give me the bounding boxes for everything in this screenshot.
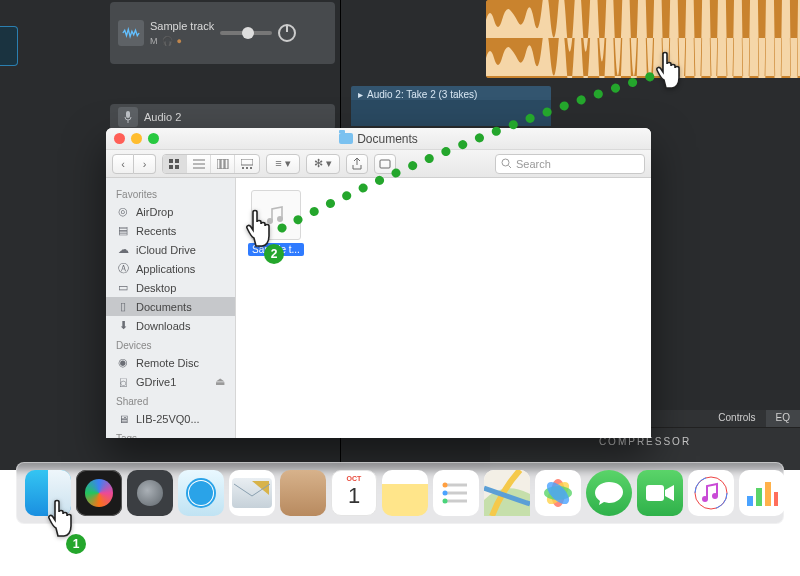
sidebar-item-downloads[interactable]: ⬇Downloads bbox=[106, 316, 235, 335]
svg-point-32 bbox=[443, 491, 448, 496]
svg-point-23 bbox=[189, 481, 213, 505]
hdd-icon: ⌼ bbox=[116, 375, 130, 389]
dock-reminders-icon[interactable] bbox=[433, 470, 479, 516]
solo-icon[interactable]: 🎧 bbox=[162, 36, 173, 46]
dock-launchpad-icon[interactable] bbox=[127, 470, 173, 516]
sidebar-item-icloud[interactable]: ☁iCloud Drive bbox=[106, 240, 235, 259]
dock-photos-icon[interactable] bbox=[535, 470, 581, 516]
folder-icon bbox=[339, 133, 353, 144]
svg-rect-5 bbox=[175, 165, 179, 169]
mute-icon[interactable]: M bbox=[150, 36, 158, 46]
dock-facetime-icon[interactable] bbox=[637, 470, 683, 516]
svg-rect-49 bbox=[774, 492, 778, 506]
back-button[interactable]: ‹ bbox=[112, 154, 134, 174]
eject-icon[interactable]: ⏏ bbox=[215, 375, 225, 388]
recents-icon: ▤ bbox=[116, 224, 130, 238]
svg-rect-4 bbox=[169, 165, 173, 169]
take-folder-body[interactable] bbox=[351, 100, 551, 126]
view-mode-segment[interactable] bbox=[162, 154, 260, 174]
sidebar-item-recents[interactable]: ▤Recents bbox=[106, 221, 235, 240]
sidebar-item-shared-pc[interactable]: 🖥LIB-25VQ0... bbox=[106, 409, 235, 428]
tab-controls[interactable]: Controls bbox=[708, 410, 765, 427]
desktop-icon: ▭ bbox=[116, 281, 130, 295]
downloads-icon: ⬇ bbox=[116, 319, 130, 333]
minimize-button[interactable] bbox=[131, 133, 142, 144]
record-icon[interactable]: ● bbox=[177, 36, 182, 46]
svg-rect-10 bbox=[221, 159, 224, 169]
sidebar-item-applications[interactable]: ⒶApplications bbox=[106, 259, 235, 278]
dock-notes-icon[interactable] bbox=[382, 470, 428, 516]
disc-icon: ◉ bbox=[116, 356, 130, 370]
svg-rect-14 bbox=[246, 167, 248, 169]
dock-itunes-icon[interactable] bbox=[688, 470, 734, 516]
finder-window: Documents ‹ › ≡ ▾ ✻ ▾ Search Favorites ◎… bbox=[106, 128, 651, 438]
dock-numbers-icon[interactable] bbox=[739, 470, 785, 516]
zoom-button[interactable] bbox=[148, 133, 159, 144]
sidebar-item-airdrop[interactable]: ◎AirDrop bbox=[106, 202, 235, 221]
finder-content[interactable]: Sample t... bbox=[236, 178, 651, 438]
svg-rect-11 bbox=[225, 159, 228, 169]
svg-rect-3 bbox=[175, 159, 179, 163]
cursor-annotation-1 bbox=[42, 490, 86, 540]
share-button[interactable] bbox=[346, 154, 368, 174]
sidebar-item-remotedisc[interactable]: ◉Remote Disc bbox=[106, 353, 235, 372]
sidebar-item-gdrive[interactable]: ⌼GDrive1⏏ bbox=[106, 372, 235, 391]
track-name: Sample track bbox=[150, 20, 214, 32]
audio-region[interactable] bbox=[486, 0, 800, 78]
dock-maps-icon[interactable] bbox=[484, 470, 530, 516]
svg-rect-16 bbox=[380, 160, 390, 168]
airdrop-icon: ◎ bbox=[116, 205, 130, 219]
pc-icon: 🖥 bbox=[116, 412, 130, 426]
svg-rect-39 bbox=[646, 485, 664, 501]
svg-rect-15 bbox=[250, 167, 252, 169]
search-placeholder: Search bbox=[516, 158, 551, 170]
finder-titlebar[interactable]: Documents bbox=[106, 128, 651, 150]
svg-rect-46 bbox=[747, 496, 753, 506]
finder-toolbar: ‹ › ≡ ▾ ✻ ▾ Search bbox=[106, 150, 651, 178]
tab-eq[interactable]: EQ bbox=[766, 410, 800, 427]
svg-point-33 bbox=[443, 499, 448, 504]
forward-button[interactable]: › bbox=[134, 154, 156, 174]
svg-rect-12 bbox=[241, 159, 253, 165]
column-view-button[interactable] bbox=[211, 155, 235, 173]
svg-rect-9 bbox=[217, 159, 220, 169]
gallery-view-button[interactable] bbox=[235, 155, 259, 173]
dock: OCT1 bbox=[16, 462, 784, 524]
daw-library-tab[interactable] bbox=[0, 26, 18, 66]
action-dropdown[interactable]: ✻ ▾ bbox=[306, 154, 340, 174]
svg-rect-0 bbox=[126, 111, 130, 118]
svg-point-17 bbox=[502, 159, 509, 166]
svg-point-44 bbox=[702, 496, 708, 502]
waveform-icon bbox=[118, 20, 144, 46]
close-button[interactable] bbox=[114, 133, 125, 144]
dock-contacts-icon[interactable] bbox=[280, 470, 326, 516]
svg-rect-2 bbox=[169, 159, 173, 163]
dock-messages-icon[interactable] bbox=[586, 470, 632, 516]
svg-rect-13 bbox=[242, 167, 244, 169]
pan-knob[interactable] bbox=[278, 24, 296, 42]
sidebar-heading: Tags bbox=[106, 428, 235, 438]
cloud-icon: ☁ bbox=[116, 243, 130, 257]
cursor-annotation-drag-target bbox=[650, 42, 694, 92]
svg-point-41 bbox=[693, 475, 729, 511]
list-view-button[interactable] bbox=[187, 155, 211, 173]
volume-slider[interactable] bbox=[220, 31, 272, 35]
arrange-dropdown[interactable]: ≡ ▾ bbox=[266, 154, 300, 174]
dock-safari-icon[interactable] bbox=[178, 470, 224, 516]
sidebar-item-desktop[interactable]: ▭Desktop bbox=[106, 278, 235, 297]
track-row[interactable]: Audio 2 bbox=[110, 104, 335, 130]
dock-calendar-icon[interactable]: OCT1 bbox=[331, 470, 377, 516]
track-row[interactable]: Sample track M🎧● bbox=[110, 2, 335, 64]
svg-marker-40 bbox=[665, 485, 674, 501]
apps-icon: Ⓐ bbox=[116, 262, 130, 276]
dock-mail-icon[interactable] bbox=[229, 470, 275, 516]
documents-icon: ▯ bbox=[116, 300, 130, 314]
cursor-annotation-2 bbox=[240, 200, 284, 250]
search-input[interactable]: Search bbox=[495, 154, 645, 174]
tags-button[interactable] bbox=[374, 154, 396, 174]
icon-view-button[interactable] bbox=[163, 155, 187, 173]
sidebar-item-documents[interactable]: ▯Documents bbox=[106, 297, 235, 316]
sidebar-heading: Favorites bbox=[106, 184, 235, 202]
svg-point-45 bbox=[712, 493, 718, 499]
mic-icon bbox=[118, 107, 138, 127]
